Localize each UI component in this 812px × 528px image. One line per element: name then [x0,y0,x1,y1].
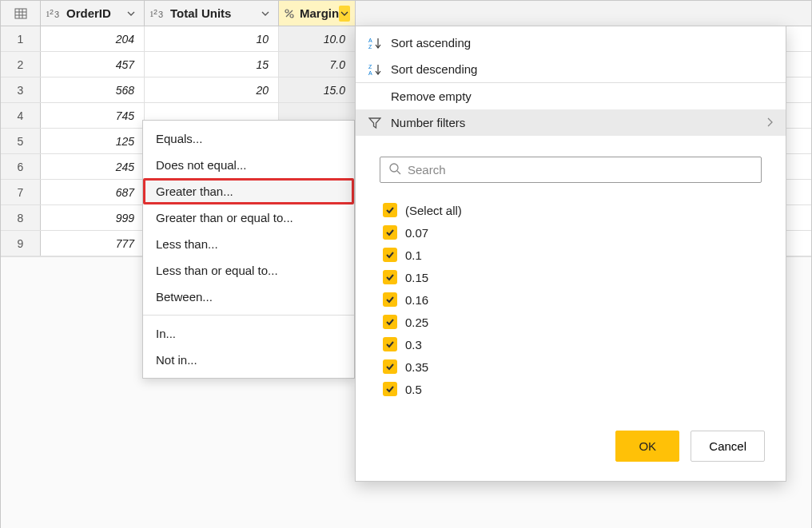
checkbox-checked-icon[interactable] [383,359,397,374]
column-label: OrderID [66,6,123,20]
filter-value-list: (Select all) 0.070.10.150.160.250.30.350… [380,199,762,400]
number-type-icon: 123 [46,8,62,19]
sort-descending[interactable]: ZA Sort descending [356,56,786,82]
cell-totalunits[interactable]: 10 [145,26,279,51]
filter-value-label: 0.07 [405,226,428,240]
column-header-margin[interactable]: Margin [279,1,356,26]
remove-empty-label: Remove empty [391,89,472,103]
svg-text:2: 2 [50,8,54,16]
cell-orderid[interactable]: 125 [41,129,145,153]
select-all-item[interactable]: (Select all) [383,199,762,221]
cell-totalunits[interactable]: 15 [145,52,279,77]
column-header-orderid[interactable]: 123 OrderID [41,1,145,26]
filter-value-item[interactable]: 0.25 [383,311,762,333]
column-dropdown-button[interactable] [257,6,273,22]
chevron-right-icon [766,116,773,129]
checkbox-checked-icon[interactable] [383,225,397,240]
svg-text:2: 2 [153,8,157,16]
svg-text:3: 3 [54,10,59,19]
number-filters-label: Number filters [391,116,465,129]
search-icon [388,162,401,177]
filter-value-label: 0.35 [405,360,428,374]
row-number: 1 [1,26,41,51]
filter-value-label: 0.3 [405,338,422,351]
filter-greater-or-equal[interactable]: Greater than or equal to... [143,204,354,231]
filter-value-item[interactable]: 0.35 [383,355,762,378]
ok-button[interactable]: OK [615,431,679,462]
grid-header-row: 123 OrderID 123 Total Units Margin [1,1,811,26]
filter-value-item[interactable]: 0.07 [383,221,762,244]
filter-equals[interactable]: Equals... [143,125,354,152]
number-filters[interactable]: Number filters [356,109,786,136]
filter-less-or-equal[interactable]: Less than or equal to... [143,257,354,284]
filter-value-label: 0.16 [405,293,428,307]
checkbox-checked-icon[interactable] [383,337,397,351]
cell-orderid[interactable]: 745 [41,103,145,128]
filter-not-in[interactable]: Not in... [143,347,354,373]
cell-orderid[interactable]: 245 [41,154,145,179]
cell-orderid[interactable]: 687 [41,180,145,204]
select-all-label: (Select all) [405,204,462,217]
cell-orderid[interactable]: 568 [41,77,145,102]
panel-body: (Select all) 0.070.10.150.160.250.30.350… [356,139,786,415]
panel-actions: AZ Sort ascending ZA Sort descending Rem… [356,26,786,139]
checkbox-checked-icon[interactable] [383,203,397,217]
sort-ascending-icon: AZ [368,37,391,50]
column-dropdown-button-active[interactable] [339,6,350,22]
row-number: 3 [1,77,41,102]
checkbox-checked-icon[interactable] [383,382,397,396]
row-number: 9 [1,231,41,256]
filter-value-label: 0.1 [405,248,422,262]
cell-orderid[interactable]: 777 [41,231,145,256]
svg-text:A: A [368,38,372,43]
cell-orderid[interactable]: 457 [41,52,145,77]
svg-text:A: A [368,70,372,76]
column-header-totalunits[interactable]: 123 Total Units [145,1,279,26]
checkbox-checked-icon[interactable] [383,270,397,284]
filter-value-item[interactable]: 0.3 [383,333,762,355]
svg-text:Z: Z [368,44,372,50]
column-label: Total Units [170,6,257,20]
svg-text:Z: Z [368,64,372,69]
filter-value-item[interactable]: 0.15 [383,266,762,288]
filter-value-item[interactable]: 0.1 [383,244,762,266]
checkbox-checked-icon[interactable] [383,248,397,262]
filter-does-not-equal[interactable]: Does not equal... [143,152,354,178]
search-input[interactable] [408,163,753,177]
cell-orderid[interactable]: 999 [41,205,145,230]
sort-ascending[interactable]: AZ Sort ascending [356,30,786,56]
svg-line-21 [397,171,400,174]
row-number: 2 [1,52,41,77]
table-corner-cell[interactable] [1,1,41,26]
svg-line-13 [286,10,293,17]
sort-descending-icon: ZA [368,63,391,76]
filter-in[interactable]: In... [143,320,354,347]
column-filter-panel: AZ Sort ascending ZA Sort descending Rem… [355,26,786,482]
row-number: 8 [1,205,41,230]
sort-ascending-label: Sort ascending [391,36,471,50]
column-dropdown-button[interactable] [123,6,139,22]
filter-value-item[interactable]: 0.16 [383,288,762,311]
filter-between[interactable]: Between... [143,284,354,310]
svg-point-12 [290,14,293,18]
filter-greater-than[interactable]: Greater than... [143,178,354,204]
svg-rect-0 [15,9,26,18]
svg-point-20 [390,164,398,172]
cell-orderid[interactable]: 204 [41,26,145,51]
cell-margin[interactable]: 15.0 [279,77,356,102]
remove-empty[interactable]: Remove empty [356,83,786,109]
cancel-button[interactable]: Cancel [691,431,765,462]
filter-value-label: 0.5 [405,383,422,396]
column-label: Margin [300,6,339,20]
filter-value-item[interactable]: 0.5 [383,378,762,400]
cell-margin[interactable]: 10.0 [279,26,356,51]
filter-less-than[interactable]: Less than... [143,231,354,257]
number-type-icon: 123 [149,8,165,19]
checkbox-checked-icon[interactable] [383,292,397,307]
cell-margin[interactable]: 7.0 [279,52,356,77]
search-box[interactable] [380,157,762,183]
header-filler [356,1,811,26]
checkbox-checked-icon[interactable] [383,315,397,329]
table-icon [14,7,27,20]
cell-totalunits[interactable]: 20 [145,77,279,102]
